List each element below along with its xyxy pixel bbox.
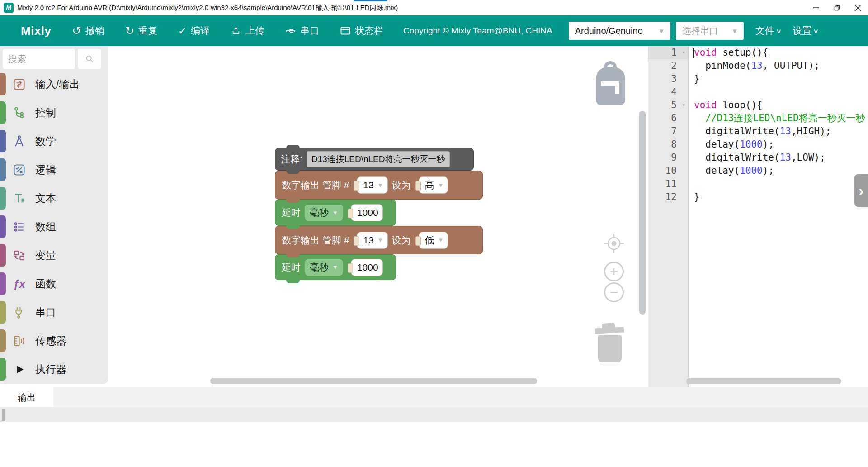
comment-text-field[interactable]: D13连接LED\nLED将亮一秒灭一秒 — [307, 151, 450, 167]
block-comment[interactable]: 注释: D13连接LED\nLED将亮一秒灭一秒 — [275, 148, 474, 171]
toolbar-button-label: 编译 — [191, 24, 210, 37]
zoom-out-button[interactable]: − — [604, 282, 624, 302]
level-dropdown[interactable]: 低 ▼ — [419, 232, 448, 249]
zoom-reset-button[interactable] — [603, 233, 625, 254]
level-dropdown[interactable]: 高 ▼ — [419, 176, 448, 194]
code-line — [689, 86, 868, 99]
logic-icon — [12, 163, 26, 177]
search-button[interactable] — [78, 49, 101, 69]
tab-output[interactable]: 输出 — [0, 387, 53, 407]
menu-file[interactable]: 文件 ∨ — [755, 24, 781, 37]
serial-plug-icon — [12, 305, 26, 319]
line-number: 12 — [648, 191, 688, 204]
brand-label: Mixly — [21, 24, 52, 38]
minimize-button[interactable] — [806, 0, 826, 15]
toolbar-button-upload[interactable]: 上传 — [231, 24, 264, 37]
sidebar-item-actuator[interactable]: 执行器 — [0, 355, 108, 384]
chevron-down-icon: ∨ — [776, 28, 782, 34]
crosshair-icon — [603, 233, 625, 254]
sidebar-item-logic[interactable]: 逻辑 — [0, 156, 108, 184]
sidebar-item-serial[interactable]: 串口 — [0, 298, 108, 327]
toolbar-button-label: 撤销 — [85, 24, 104, 37]
delay-unit-dropdown[interactable]: 毫秒 ▼ — [305, 259, 343, 276]
pin-dropdown[interactable]: 13 ▼ — [357, 176, 387, 194]
restore-icon — [834, 5, 840, 11]
block-digital-write-low[interactable]: 数字输出 管脚 # 13 ▼ 设为 低 ▼ — [275, 226, 483, 254]
sidebar-item-control[interactable]: 控制 — [0, 99, 108, 127]
line-number: 2 — [648, 59, 688, 72]
toolbar-button-undo[interactable]: ↺撤销 — [72, 24, 104, 37]
delay-value: 1000 — [357, 262, 378, 273]
zoom-in-button[interactable]: + — [604, 262, 624, 281]
menu-file-label: 文件 — [755, 24, 774, 37]
output-console-header — [0, 407, 868, 422]
line-number: 8 — [648, 138, 688, 151]
fold-caret-icon[interactable]: ▾ — [682, 46, 685, 59]
chevron-down-icon: ▼ — [438, 237, 444, 243]
text-icon — [12, 191, 26, 205]
category-label: 数学 — [35, 134, 56, 148]
delay-unit-dropdown[interactable]: 毫秒 ▼ — [305, 205, 343, 221]
code-line: delay(1000); — [689, 164, 868, 177]
sidebar-item-sensor[interactable]: 传感器 — [0, 327, 108, 355]
code-line: void setup(){ — [689, 46, 868, 59]
category-color-strip — [0, 301, 6, 324]
line-number: 5▾ — [648, 99, 688, 112]
actuator-play-icon — [12, 362, 26, 376]
sidebar-item-variable[interactable]: 变量 — [0, 241, 108, 270]
sidebar-item-function[interactable]: ƒx函数 — [0, 270, 108, 298]
block-bottom-tab — [286, 170, 300, 174]
line-number: 10 — [648, 164, 688, 177]
board-select[interactable]: Arduino/Genuino ▼ — [569, 22, 670, 40]
copyright-text: Copyright © Mixly Team@BNU, CHINA — [403, 26, 552, 36]
delay-label: 延时 — [282, 261, 301, 274]
delay-value-field[interactable]: 1000 — [351, 259, 383, 276]
canvas-vertical-scrollbar[interactable] — [639, 111, 646, 315]
block-delay-2[interactable]: 延时 毫秒 ▼ 1000 — [275, 254, 396, 280]
function-fx-icon: ƒx — [12, 277, 26, 291]
plus-icon: + — [610, 264, 618, 279]
upload-icon — [231, 26, 241, 36]
delay-value-field[interactable]: 1000 — [351, 204, 383, 221]
pin-dropdown[interactable]: 13 ▼ — [357, 232, 387, 249]
search-input[interactable] — [3, 49, 75, 69]
sidebar-item-io[interactable]: 输入/输出 — [0, 70, 108, 99]
sidebar-item-math[interactable]: 数学 — [0, 127, 108, 156]
code-line: } — [689, 191, 868, 204]
fold-caret-icon[interactable]: ▾ — [682, 99, 685, 112]
toolbar-button-serial[interactable]: 串口 — [285, 24, 319, 37]
sidebar-item-array[interactable]: 数组 — [0, 213, 108, 241]
statusbar-icon — [340, 26, 351, 36]
code-line: pinMode(13, OUTPUT); — [689, 59, 868, 72]
serial-usb-icon — [285, 26, 296, 36]
trash-icon[interactable] — [595, 323, 625, 364]
port-select[interactable]: 选择串口 ▼ — [676, 22, 744, 40]
code-panel-expand-button[interactable]: › — [854, 174, 868, 207]
block-delay-1[interactable]: 延时 毫秒 ▼ 1000 — [275, 200, 396, 226]
sensor-icon — [12, 334, 26, 348]
restore-button[interactable] — [826, 0, 847, 15]
toolbar-button-redo[interactable]: ↻重复 — [125, 24, 157, 37]
code-line: digitalWrite(13,LOW); — [689, 151, 868, 164]
category-label: 变量 — [35, 248, 56, 262]
block-bottom-tab — [286, 279, 300, 283]
line-number: 3 — [648, 72, 688, 86]
code-horizontal-scrollbar[interactable] — [686, 378, 841, 384]
text-cursor — [693, 48, 694, 58]
category-list: 输入/输出控制数学逻辑文本数组变量ƒx函数串口传感器执行器 — [0, 70, 108, 384]
canvas-horizontal-scrollbar[interactable] — [210, 378, 537, 384]
chevron-down-icon: ▼ — [377, 237, 383, 243]
menu-settings[interactable]: 设置 ∨ — [793, 24, 818, 37]
close-button[interactable] — [847, 0, 868, 15]
toolbar-button-compile[interactable]: ✓编译 — [178, 24, 210, 37]
category-label: 传感器 — [35, 334, 66, 348]
block-digital-write-high[interactable]: 数字输出 管脚 # 13 ▼ 设为 高 ▼ — [275, 171, 483, 200]
output-console-scrollbar[interactable] — [2, 409, 5, 421]
sidebar-item-text[interactable]: 文本 — [0, 184, 108, 213]
code-line: delay(1000); — [689, 138, 868, 151]
backpack-icon[interactable] — [596, 61, 625, 105]
category-color-strip — [0, 215, 6, 238]
output-panel: 输出 — [0, 387, 868, 467]
line-number: 7 — [648, 125, 688, 138]
toolbar-button-statusbar[interactable]: 状态栏 — [340, 24, 383, 37]
